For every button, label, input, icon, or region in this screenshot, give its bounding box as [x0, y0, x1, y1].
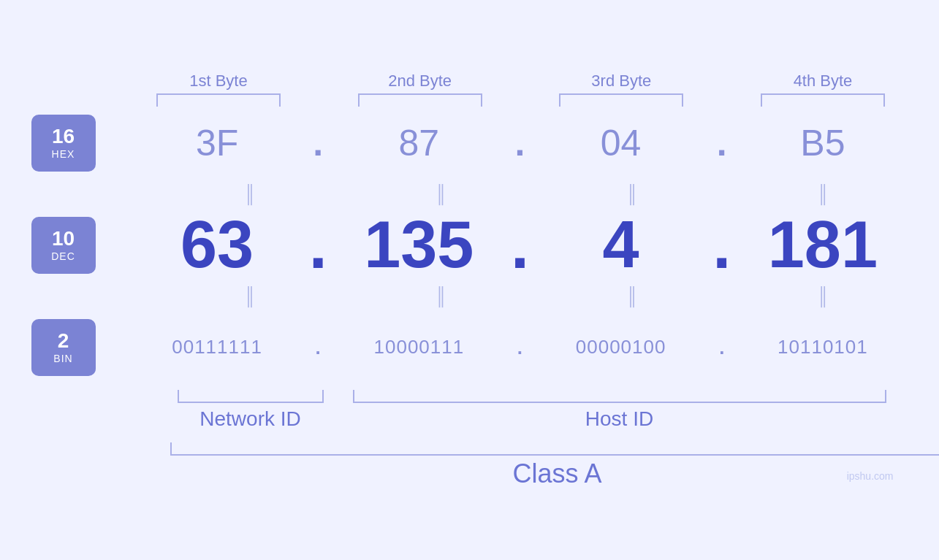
dec-byte2: 135: [338, 207, 499, 283]
sep1-dec-bin: ║: [172, 286, 332, 307]
dec-byte3: 4: [541, 207, 702, 283]
network-id-bracket: [178, 390, 324, 403]
class-label: Class A: [170, 459, 940, 489]
byte2-header: 2nd Byte: [340, 72, 501, 91]
class-bracket: [170, 442, 940, 456]
bin-base-number: 2: [58, 330, 69, 353]
byte1-header: 1st Byte: [138, 72, 299, 91]
bin-dot1: .: [307, 338, 329, 357]
sep3-dec-bin: ║: [554, 286, 715, 307]
hex-base-number: 16: [52, 126, 75, 148]
sep4-hex-dec: ║: [745, 184, 906, 204]
bin-dot2: .: [509, 338, 531, 357]
dec-byte4: 181: [742, 207, 903, 283]
dec-dot2: .: [509, 212, 531, 278]
hex-dot1: .: [307, 125, 329, 161]
bin-dot3: .: [711, 338, 733, 357]
sep4-dec-bin: ║: [745, 286, 906, 307]
bin-base-label: BIN: [53, 353, 72, 364]
dec-base-label: DEC: [51, 250, 75, 262]
dec-base-number: 10: [52, 228, 75, 250]
bin-byte2: 10000111: [338, 336, 499, 358]
hex-byte4: B5: [742, 122, 903, 164]
hex-dot3: .: [711, 125, 733, 161]
sep1-hex-dec: ║: [172, 184, 332, 204]
dec-badge: 10 DEC: [31, 217, 96, 274]
watermark: ipshu.com: [847, 470, 894, 482]
hex-badge: 16 HEX: [31, 115, 96, 172]
bin-badge: 2 BIN: [31, 319, 96, 376]
host-id-label: Host ID: [353, 407, 886, 431]
sep2-dec-bin: ║: [363, 286, 524, 307]
sep3-hex-dec: ║: [554, 184, 715, 204]
byte3-header: 3rd Byte: [541, 72, 702, 91]
dec-dot3: .: [711, 212, 733, 278]
bin-byte4: 10110101: [742, 336, 903, 358]
network-id-label: Network ID: [199, 407, 300, 431]
sep2-hex-dec: ║: [363, 184, 524, 204]
hex-byte3: 04: [541, 122, 702, 164]
hex-dot2: .: [509, 125, 531, 161]
dec-byte1: 63: [137, 207, 297, 283]
bin-byte1: 00111111: [137, 336, 297, 358]
byte4-header: 4th Byte: [742, 72, 903, 91]
hex-byte1: 3F: [137, 122, 297, 164]
hex-base-label: HEX: [52, 148, 75, 160]
bin-byte3: 00000100: [541, 336, 702, 358]
hex-byte2: 87: [338, 122, 499, 164]
host-id-bracket: [353, 390, 886, 403]
dec-dot1: .: [307, 212, 329, 278]
